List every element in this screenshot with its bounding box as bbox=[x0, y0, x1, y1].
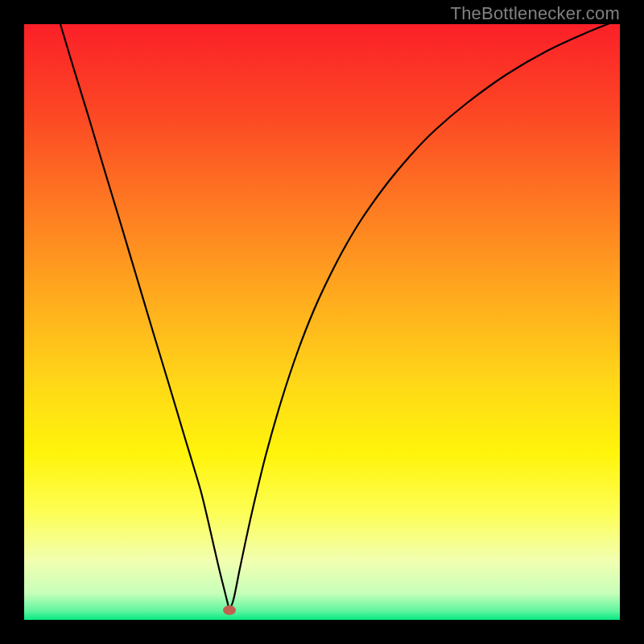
plot-area bbox=[24, 24, 620, 620]
gradient-background bbox=[24, 24, 620, 620]
attribution-text: TheBottlenecker.com bbox=[451, 3, 620, 24]
chart-svg bbox=[24, 24, 620, 620]
chart-frame: TheBottlenecker.com bbox=[0, 0, 644, 644]
minimum-marker bbox=[223, 605, 236, 615]
